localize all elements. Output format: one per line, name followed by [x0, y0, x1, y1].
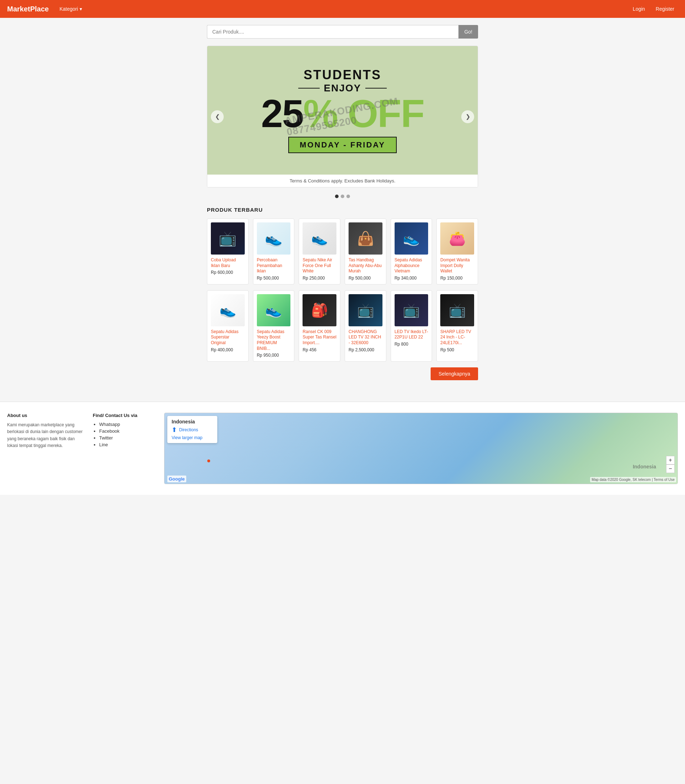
- search-input[interactable]: [207, 25, 458, 39]
- search-button[interactable]: Go!: [458, 25, 478, 39]
- product-price: Rp 456: [302, 347, 336, 352]
- product-price: Rp 500,000: [257, 276, 291, 281]
- map-placeholder: Indonesia ⬆ Directions View larger map I…: [164, 413, 677, 484]
- map-zoom-out-button[interactable]: −: [666, 465, 675, 473]
- product-price: Rp 500,000: [349, 276, 383, 281]
- product-grid-row2: Sepatu Adidas Superstar OriginalRp 400,0…: [207, 290, 478, 362]
- main-container: Go! ❮ AMPERAKODING.COM087749585200 STUDE…: [200, 18, 485, 402]
- product-img: [349, 294, 383, 326]
- selengkapnya-button[interactable]: Selengkapnya: [431, 368, 478, 380]
- map-directions-link[interactable]: Directions: [179, 427, 198, 432]
- carousel-dot-2[interactable]: [341, 195, 344, 198]
- carousel: ❮ AMPERAKODING.COM087749585200 STUDENTS …: [207, 46, 478, 187]
- product-price: Rp 500: [440, 347, 474, 352]
- product-price: Rp 150,000: [440, 276, 474, 281]
- footer-contact-item-0: Whatsapp: [99, 421, 157, 427]
- product-price: Rp 340,000: [394, 276, 429, 281]
- carousel-prev-button[interactable]: ❮: [211, 110, 224, 123]
- navbar-kategori-menu[interactable]: Kategori ▾: [56, 4, 86, 14]
- product-img: [440, 294, 474, 326]
- product-title: Coba Upload Iklan Baru: [211, 257, 245, 268]
- map-country-label: Indonesia: [172, 419, 213, 425]
- login-button[interactable]: Login: [629, 4, 649, 14]
- footer-map: Indonesia ⬆ Directions View larger map I…: [164, 413, 678, 484]
- navbar-right: Login Register: [629, 4, 678, 14]
- product-img: [302, 223, 336, 255]
- carousel-dot-1[interactable]: [335, 195, 339, 198]
- product-title: LED TV Ikedo LT-22P1U LED 22: [394, 329, 429, 340]
- product-card-r0-4[interactable]: Sepatu Adidas Alphabounce VietnamRp 340,…: [391, 218, 432, 285]
- product-img: [211, 223, 245, 255]
- product-price: Rp 2,500,000: [349, 347, 383, 352]
- footer: About us Kami merupakan marketplace yang…: [0, 402, 685, 495]
- product-img: [302, 294, 336, 326]
- footer-contact-title: Find/ Contact Us via: [93, 413, 157, 418]
- banner-conditions: Terms & Conditions apply. Excludes Bank …: [290, 178, 396, 184]
- map-footer-text: Map data ©2020 Google, SK telecom | Term…: [590, 477, 676, 482]
- banner-students: STUDENTS: [304, 67, 381, 83]
- product-card-r1-3[interactable]: CHANGHONG LED TV 32 INCH - 32E6000Rp 2,5…: [345, 290, 386, 362]
- product-title: Sepatu Adidas Superstar Original: [211, 329, 245, 346]
- product-card-r1-1[interactable]: Sepatu Adidas Yeezy Boost PREMIUM BNIB..…: [253, 290, 295, 362]
- product-card-r1-0[interactable]: Sepatu Adidas Superstar OriginalRp 400,0…: [207, 290, 249, 362]
- product-title: Sepatu Adidas Yeezy Boost PREMIUM BNIB..…: [257, 329, 291, 351]
- product-title: Sepatu Nike Air Force One Full White: [302, 257, 336, 274]
- carousel-dot-3[interactable]: [346, 195, 350, 198]
- banner-percent: %: [303, 91, 338, 135]
- product-price: Rp 250,000: [302, 276, 336, 281]
- product-card-r0-1[interactable]: Percobaan Penambahan IklanRp 500,000: [253, 218, 295, 285]
- product-title: SHARP LED TV 24 Inch - LC-24LE170i...: [440, 329, 474, 346]
- product-title: Dompet Wanita Import Dolly Wallet: [440, 257, 474, 274]
- banner-days: MONDAY - FRIDAY: [288, 137, 397, 153]
- product-card-r1-5[interactable]: SHARP LED TV 24 Inch - LC-24LE170i...Rp …: [436, 290, 478, 362]
- product-card-r0-3[interactable]: Tas Handbag Ashanty Abu-Abu MurahRp 500,…: [345, 218, 386, 285]
- product-card-r1-4[interactable]: LED TV Ikedo LT-22P1U LED 22Rp 800: [391, 290, 432, 362]
- register-button[interactable]: Register: [652, 4, 678, 14]
- footer-contact-item-2: Twitter: [99, 435, 157, 441]
- footer-about-text: Kami merupakan marketplace yang berlokas…: [7, 421, 86, 449]
- product-title: Ransel CK 009 Super Tas Ransel Import...…: [302, 329, 336, 346]
- product-card-r0-0[interactable]: Coba Upload Iklan BaruRp 600,000: [207, 218, 249, 285]
- product-img: [257, 223, 291, 255]
- map-view-larger-link[interactable]: View larger map: [172, 435, 213, 440]
- product-img: [394, 223, 429, 255]
- banner-footer-text: Terms & Conditions apply. Excludes Bank …: [207, 174, 478, 187]
- footer-contact-item-1: Facebook: [99, 428, 157, 434]
- banner-off: 25% OFF: [261, 94, 424, 133]
- map-google-logo: Google: [167, 475, 186, 482]
- product-grid-row1: Coba Upload Iklan BaruRp 600,000Percobaa…: [207, 218, 478, 285]
- map-jakarta-marker: [207, 459, 210, 462]
- product-img: [394, 294, 429, 326]
- product-price: Rp 400,000: [211, 347, 245, 352]
- footer-about: About us Kami merupakan marketplace yang…: [7, 413, 86, 484]
- map-directions-icon: ⬆: [172, 426, 177, 434]
- map-zoom-in-button[interactable]: +: [666, 456, 675, 465]
- carousel-inner: AMPERAKODING.COM087749585200 STUDENTS EN…: [207, 46, 478, 174]
- footer-contact-list: WhatsappFacebookTwitterLine: [93, 421, 157, 447]
- product-card-r1-2[interactable]: Ransel CK 009 Super Tas Ransel Import...…: [299, 290, 340, 362]
- product-title: Tas Handbag Ashanty Abu-Abu Murah: [349, 257, 383, 274]
- footer-contact-item-3: Line: [99, 442, 157, 447]
- product-title: CHANGHONG LED TV 32 INCH - 32E6000: [349, 329, 383, 346]
- chevron-down-icon: ▾: [80, 6, 82, 12]
- product-title: Percobaan Penambahan Iklan: [257, 257, 291, 274]
- map-indonesia-label: Indonesia: [633, 464, 656, 470]
- carousel-next-button[interactable]: ❯: [461, 110, 474, 123]
- footer-contact: Find/ Contact Us via WhatsappFacebookTwi…: [93, 413, 157, 484]
- product-card-r0-2[interactable]: Sepatu Nike Air Force One Full WhiteRp 2…: [299, 218, 340, 285]
- product-card-r0-5[interactable]: Dompet Wanita Import Dolly WalletRp 150,…: [436, 218, 478, 285]
- more-btn-wrapper: Selengkapnya: [207, 368, 478, 380]
- footer-about-title: About us: [7, 413, 86, 418]
- product-price: Rp 800: [394, 342, 429, 346]
- product-price: Rp 950,000: [257, 353, 291, 358]
- navbar: MarketPlace Kategori ▾ Login Register: [0, 0, 685, 18]
- product-title: Sepatu Adidas Alphabounce Vietnam: [394, 257, 429, 274]
- product-img: [257, 294, 291, 326]
- map-card: Indonesia ⬆ Directions View larger map: [167, 416, 217, 443]
- navbar-brand[interactable]: MarketPlace: [7, 5, 49, 13]
- banner-25: 25: [261, 91, 303, 135]
- product-price: Rp 600,000: [211, 270, 245, 275]
- map-zoom-controls: + −: [666, 456, 675, 473]
- product-img: [440, 223, 474, 255]
- search-bar: Go!: [207, 25, 478, 39]
